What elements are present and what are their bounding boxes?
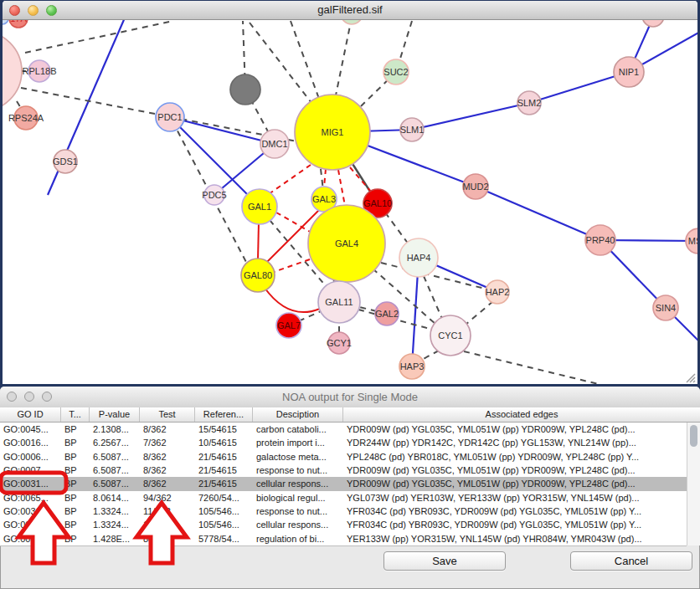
table-cell: YDR009W (pd) YGL035C, YML051W (pp) YDR00…: [343, 464, 687, 477]
table-cell: 21/54615: [195, 450, 253, 464]
node-HAP4[interactable]: HAP4: [399, 238, 438, 277]
table-cell: YDR009W (pd) YGL035C, YML051W (pp) YDR00…: [343, 477, 687, 490]
node-GAL4[interactable]: GAL4: [308, 205, 385, 282]
network-titlebar[interactable]: galFiltered.sif: [3, 1, 697, 20]
node-unlabeled[interactable]: [642, 19, 664, 27]
column-header[interactable]: T...: [61, 407, 90, 422]
table-row[interactable]: GO:0016...BP6.2567...7/36210/54615protei…: [0, 436, 687, 449]
node-GAL80[interactable]: GAL80: [241, 259, 275, 292]
node-RPS24A[interactable]: RPS24A: [8, 106, 44, 130]
node-MUD2[interactable]: MUD2: [462, 174, 488, 199]
node-label: GAL3: [312, 194, 336, 204]
node-unlabeled[interactable]: [3, 31, 22, 111]
table-row[interactable]: GO:0045...BP2.1308...8/36215/54615carbon…: [0, 423, 687, 436]
table-row[interactable]: GO:0031...BP6.5087...8/36221/54615cellul…: [0, 477, 687, 490]
node-SLM2[interactable]: SLM2: [517, 91, 542, 115]
table-header: GO IDT...P-valueTestReferen...Desciption…: [0, 407, 700, 423]
node-label: DMC1: [261, 139, 287, 149]
table-row[interactable]: GO:0050...BP1.428E...80/3625778/54...reg…: [0, 532, 687, 545]
vertical-scrollbar[interactable]: [687, 423, 700, 545]
node-SUC2[interactable]: SUC2: [383, 59, 409, 85]
table-row[interactable]: GO:0007...BP6.5087...8/36221/54615respon…: [0, 464, 687, 477]
cancel-button[interactable]: Cancel: [570, 551, 692, 571]
graph-edge: [274, 259, 310, 272]
node-GAL11[interactable]: GAL11: [318, 281, 360, 323]
graph-edge: [265, 288, 320, 312]
table-cell: 15/54615: [195, 423, 253, 436]
node-SIN4[interactable]: SIN4: [653, 295, 678, 320]
column-header[interactable]: Associated edges: [343, 407, 700, 422]
table-cell: BP: [61, 518, 90, 531]
node-unlabeled[interactable]: [230, 74, 260, 105]
node-label: PRP40: [586, 235, 615, 245]
noa-titlebar[interactable]: NOA output for Single Mode: [0, 387, 700, 408]
table-cell: BP: [61, 464, 90, 477]
table-cell: 7260/54...: [195, 491, 253, 504]
table-cell: 6.5087...: [90, 477, 140, 490]
table-cell: 11/362: [140, 504, 195, 518]
table-cell: 1.3324...: [90, 504, 140, 518]
save-button[interactable]: Save: [383, 551, 506, 571]
table-cell: biological regul...: [253, 491, 343, 504]
table-cell: response to nut...: [253, 464, 343, 477]
node-NIP1[interactable]: NIP1: [614, 57, 644, 87]
network-window: 17ARPL18BRPS24AGDS1PDC1MIG1SUC2SLM1DMC1S…: [0, 0, 700, 387]
table-cell: protein import i...: [253, 436, 343, 449]
node-MSN[interactable]: MSN: [686, 228, 697, 254]
column-header[interactable]: Desciption: [253, 407, 343, 422]
table-cell: 11/362: [140, 518, 195, 531]
node-label: MUD2: [462, 182, 488, 192]
graph-edge: [258, 222, 259, 260]
graph-edge: [338, 170, 345, 206]
table-row[interactable]: GO:0031...BP1.3324...11/362105/546...cel…: [0, 518, 687, 531]
node-GAL1[interactable]: GAL1: [242, 189, 277, 224]
scrollbar-thumb[interactable]: [690, 425, 697, 447]
table-cell: 2.1308...: [90, 423, 140, 436]
table-cell: GO:0006...: [0, 450, 61, 464]
node-label: SLM1: [400, 125, 425, 135]
node-PRP40[interactable]: PRP40: [585, 225, 615, 255]
graph-edge: [25, 21, 173, 53]
node-GDS1[interactable]: GDS1: [53, 150, 78, 173]
column-header[interactable]: Referen...: [195, 407, 253, 422]
table-cell: GO:0045...: [0, 423, 61, 436]
node-17A[interactable]: 17A: [9, 19, 28, 28]
node-MIG1[interactable]: MIG1: [295, 95, 370, 170]
column-header[interactable]: GO ID: [0, 407, 61, 422]
table-cell: YER133W (pp) YOR315W, YNL145W (pd) YHR08…: [343, 532, 687, 545]
node-GCY1[interactable]: GCY1: [327, 332, 352, 354]
column-header[interactable]: P-value: [90, 407, 140, 422]
node-label: GAL10: [363, 198, 392, 208]
table-row[interactable]: GO:0065...BP8.0614...94/3627260/54...bio…: [0, 491, 687, 504]
resize-grip[interactable]: [684, 371, 696, 383]
graph-edge: [170, 117, 275, 144]
table-cell: GO:0031...: [0, 518, 61, 531]
table-cell: BP: [61, 504, 90, 518]
table-cell: GO:0031...: [0, 477, 61, 490]
node-label: PDC5: [202, 190, 226, 200]
column-header[interactable]: Test: [140, 407, 195, 422]
table-row[interactable]: GO:0006...BP6.5087...8/36221/54615galact…: [0, 450, 687, 464]
node-CYC1[interactable]: CYC1: [430, 315, 471, 356]
table-cell: 105/546...: [195, 504, 253, 518]
node-label: PDC1: [157, 112, 182, 122]
node-PDC1[interactable]: PDC1: [156, 103, 184, 131]
node-label: SIN4: [656, 303, 676, 313]
node-GAL7[interactable]: GAL7: [276, 313, 301, 338]
graph-edge: [336, 19, 352, 95]
graph-edge: [291, 21, 319, 99]
table-cell: 8.0614...: [90, 491, 140, 504]
node-GAL2[interactable]: GAL2: [375, 302, 399, 325]
network-canvas[interactable]: 17ARPL18BRPS24AGDS1PDC1MIG1SUC2SLM1DMC1S…: [3, 19, 697, 384]
table-row[interactable]: GO:0031...BP1.3324...11/362105/546...res…: [0, 504, 687, 518]
node-HAP2[interactable]: HAP2: [486, 280, 510, 304]
graph-edge: [466, 301, 493, 325]
node-SLM1[interactable]: SLM1: [400, 118, 425, 141]
node-RPL18B[interactable]: RPL18B: [23, 60, 57, 82]
node-HAP3[interactable]: HAP3: [399, 354, 425, 379]
node-label: GAL4: [335, 238, 358, 248]
table-cell: YDR244W (pp) YDR142C, YDR142C (pp) YGL15…: [343, 436, 687, 449]
table-cell: BP: [61, 532, 90, 545]
table-cell: 5778/54...: [195, 532, 253, 545]
node-DMC1[interactable]: DMC1: [260, 130, 289, 158]
